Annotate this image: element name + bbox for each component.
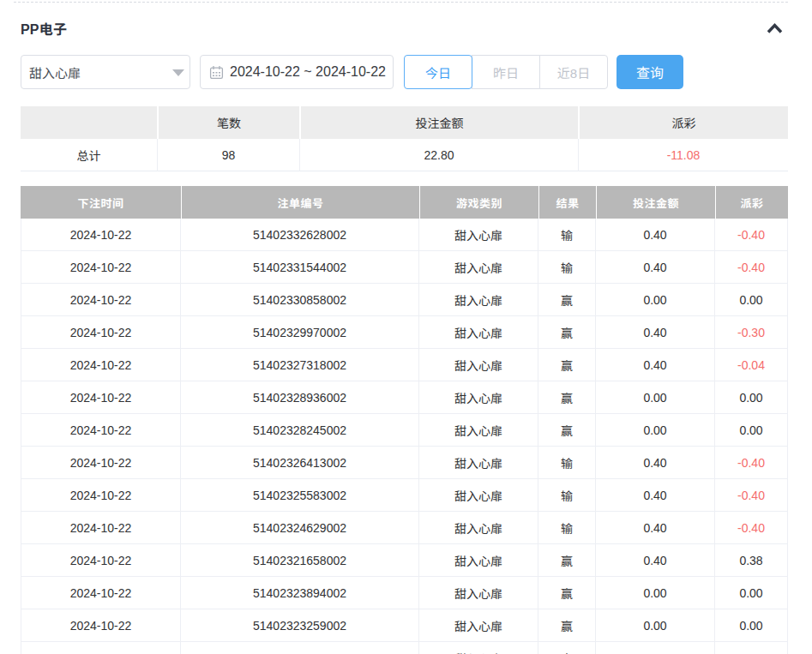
order-cell-game: 甜入心扉	[419, 609, 538, 642]
quick-range-button-2[interactable]: 近8日	[539, 55, 608, 89]
summary-header-cell: 派彩	[578, 106, 788, 139]
order-cell-bet-time: 2024-10-22	[21, 577, 181, 609]
order-cell-payout: 0.00	[715, 284, 788, 316]
order-cell-payout: -0.40	[715, 479, 788, 512]
order-cell-bet-time: 2024-10-22	[21, 479, 181, 512]
order-cell-result: 赢	[538, 381, 596, 414]
order-cell-bet-amount: 0.40	[596, 219, 715, 251]
orders-header-cell: 下注时间	[21, 186, 181, 219]
order-cell-bet-amount: 0.40	[596, 512, 715, 544]
order-cell-order-id: 51402327318002	[181, 349, 419, 381]
order-cell-bet-time: 2024-10-22	[21, 251, 181, 284]
order-cell-result: 输	[538, 251, 596, 284]
order-cell-result: 输	[538, 447, 596, 479]
order-cell-game: 甜入心扉	[419, 316, 538, 349]
order-cell-result: 赢	[538, 609, 596, 642]
panel-title: PP电子	[21, 18, 67, 39]
summary-total-row: 总计9822.80-11.08	[21, 139, 788, 171]
order-row: 2024-10-2251402323259002甜入心扉赢0.000.00	[21, 609, 788, 642]
order-row: 2024-10-2251402323894002甜入心扉赢0.000.00	[21, 577, 788, 609]
order-cell-result: 赢	[538, 284, 596, 316]
order-cell-bet-time: 2024-10-22	[21, 609, 181, 642]
order-cell-payout: -0.30	[715, 316, 788, 349]
order-cell-game: 甜入心扉	[419, 447, 538, 479]
order-cell-order-id: 51402328936002	[181, 381, 419, 414]
order-cell-payout: 0.38	[715, 544, 788, 577]
order-cell-bet-time: 2024-10-22	[21, 316, 181, 349]
order-cell-bet-amount: 0.40	[596, 447, 715, 479]
summary-total-payout: -11.08	[578, 139, 788, 171]
order-cell-result: 赢	[538, 577, 596, 609]
order-cell-bet-amount: 0.00	[596, 414, 715, 447]
order-cell-order-id: 51402329970002	[181, 316, 419, 349]
calendar-icon	[209, 65, 224, 80]
panel-header: PP电子	[21, 19, 788, 38]
order-cell-payout: 0.00	[715, 414, 788, 447]
summary-header-cell: 投注金额	[299, 106, 578, 139]
order-row: 2024-10-2251402330858002甜入心扉赢0.000.00	[21, 284, 788, 316]
order-row: 2024-10-2251402327318002甜入心扉赢0.40-0.04	[21, 349, 788, 381]
order-cell-bet-time: 2024-10-22	[21, 447, 181, 479]
order-cell-result: 输	[538, 512, 596, 544]
summary-header-cell: 笔数	[157, 106, 299, 139]
order-row: 2024-10-2251402322641002甜入心扉赢0.000.00	[21, 642, 788, 654]
order-cell-payout: -0.40	[715, 512, 788, 544]
order-row: 2024-10-2251402325583002甜入心扉输0.40-0.40	[21, 479, 788, 512]
date-range-picker[interactable]: 2024-10-22 ~ 2024-10-22	[200, 55, 394, 89]
order-cell-bet-time: 2024-10-22	[21, 544, 181, 577]
order-row: 2024-10-2251402329970002甜入心扉赢0.40-0.30	[21, 316, 788, 349]
order-cell-game: 甜入心扉	[419, 512, 538, 544]
summary-total-count: 98	[157, 139, 299, 171]
order-cell-bet-amount: 0.00	[596, 642, 715, 654]
order-cell-order-id: 51402326413002	[181, 447, 419, 479]
order-cell-order-id: 51402323259002	[181, 609, 419, 642]
order-cell-bet-amount: 0.00	[596, 609, 715, 642]
quick-range-group: 今日昨日近8日	[404, 55, 608, 89]
order-cell-result: 输	[538, 479, 596, 512]
order-row: 2024-10-2251402321658002甜入心扉赢0.400.38	[21, 544, 788, 577]
order-cell-bet-time: 2024-10-22	[21, 381, 181, 414]
order-cell-result: 赢	[538, 414, 596, 447]
order-cell-game: 甜入心扉	[419, 251, 538, 284]
orders-header-cell: 派彩	[715, 186, 788, 219]
order-cell-bet-amount: 0.40	[596, 479, 715, 512]
order-row: 2024-10-2251402328245002甜入心扉赢0.000.00	[21, 414, 788, 447]
order-cell-game: 甜入心扉	[419, 479, 538, 512]
orders-header-row: 下注时间注单编号游戏类别结果投注金额派彩	[21, 186, 788, 219]
search-button[interactable]: 查询	[617, 55, 683, 89]
summary-total-bet-amount: 22.80	[299, 139, 578, 171]
order-cell-payout: 0.00	[715, 609, 788, 642]
order-cell-game: 甜入心扉	[419, 642, 538, 654]
orders-header-cell: 投注金额	[596, 186, 715, 219]
order-cell-order-id: 51402330858002	[181, 284, 419, 316]
summary-table: 笔数投注金额派彩 总计9822.80-11.08	[21, 106, 788, 171]
order-cell-payout: 0.00	[715, 642, 788, 654]
orders-header-cell: 结果	[538, 186, 596, 219]
order-cell-game: 甜入心扉	[419, 219, 538, 251]
order-row: 2024-10-2251402331544002甜入心扉输0.40-0.40	[21, 251, 788, 284]
order-cell-bet-time: 2024-10-22	[21, 414, 181, 447]
order-cell-order-id: 51402325583002	[181, 479, 419, 512]
order-cell-bet-amount: 0.40	[596, 544, 715, 577]
order-cell-bet-time: 2024-10-22	[21, 642, 181, 654]
game-select[interactable]: 甜入心扉	[21, 55, 190, 89]
caret-down-icon	[172, 69, 184, 76]
chevron-up-icon	[767, 23, 783, 33]
order-cell-order-id: 51402331544002	[181, 251, 419, 284]
quick-range-button-0[interactable]: 今日	[404, 55, 472, 89]
order-cell-result: 赢	[538, 349, 596, 381]
collapse-panel-button[interactable]	[766, 21, 783, 35]
order-cell-order-id: 51402323894002	[181, 577, 419, 609]
order-cell-payout: 0.00	[715, 577, 788, 609]
order-row: 2024-10-2251402328936002甜入心扉赢0.000.00	[21, 381, 788, 414]
order-cell-payout: -0.40	[715, 447, 788, 479]
order-cell-bet-amount: 0.00	[596, 381, 715, 414]
quick-range-button-1[interactable]: 昨日	[472, 55, 540, 89]
order-cell-result: 输	[538, 219, 596, 251]
order-cell-payout: -0.40	[715, 251, 788, 284]
order-cell-game: 甜入心扉	[419, 577, 538, 609]
order-cell-order-id: 51402328245002	[181, 414, 419, 447]
order-cell-game: 甜入心扉	[419, 544, 538, 577]
order-cell-game: 甜入心扉	[419, 414, 538, 447]
order-cell-order-id: 51402322641002	[181, 642, 419, 654]
